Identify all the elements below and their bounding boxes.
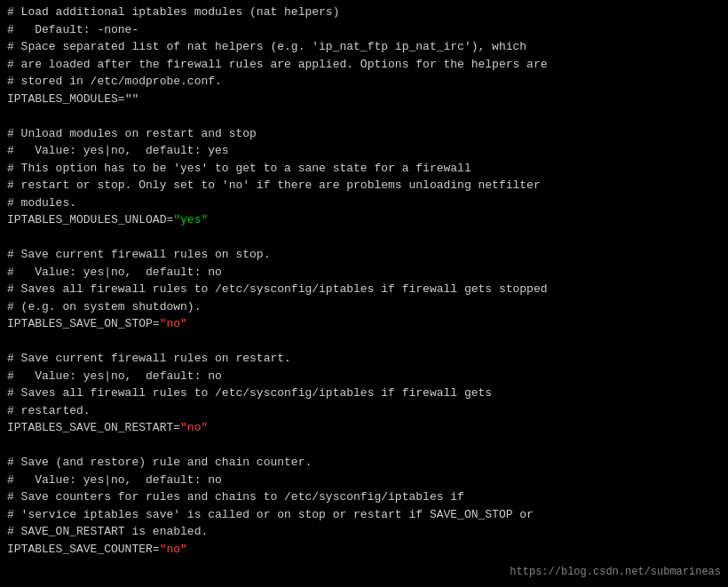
watermark: https://blog.csdn.net/submarineas [510,564,721,580]
comment-line: # restart or stop. Only set to 'no' if t… [7,177,721,194]
comment-line: # SAVE_ON_RESTART is enabled. [7,523,721,541]
comment-line: # restarted. [7,402,721,420]
variable-line: IPTABLES_SAVE_ON_RESTART="no" [7,419,721,437]
comment-line: # Load additional iptables modules (nat … [7,4,721,21]
empty-line [7,107,721,125]
comment-line: # Value: yes|no, default: no [7,264,721,282]
comment-line: # Save current firewall rules on stop. [7,246,721,264]
comment-line: # 'service iptables save' is called or o… [7,506,721,524]
code-content: # Load additional iptables modules (nat … [7,4,721,558]
variable-line: IPTABLES_SAVE_COUNTER="no" [7,541,721,559]
comment-line: # Save (and restore) rule and chain coun… [7,454,721,472]
comment-line: # Saves all firewall rules to /etc/sysco… [7,281,721,298]
comment-line: # Value: yes|no, default: no [7,368,721,385]
variable-line: IPTABLES_SAVE_ON_STOP="no" [7,315,721,333]
comment-line: # Unload modules on restart and stop [7,125,721,143]
terminal-window: # Load additional iptables modules (nat … [0,0,728,587]
empty-line [7,333,721,351]
comment-line: # stored in /etc/modprobe.conf. [7,73,721,91]
comment-line: # (e.g. on system shutdown). [7,298,721,316]
comment-line: # Save counters for rules and chains to … [7,488,721,506]
variable-line: IPTABLES_MODULES="" [7,91,721,108]
comment-line: # modules. [7,194,721,212]
comment-line: # Space separated list of nat helpers (e… [7,38,721,56]
comment-line: # Default: -none- [7,21,721,39]
comment-line: # Value: yes|no, default: no [7,472,721,489]
comment-line: # This option has to be 'yes' to get to … [7,160,721,178]
comment-line: # Value: yes|no, default: yes [7,142,721,160]
comment-line: # Saves all firewall rules to /etc/sysco… [7,385,721,402]
empty-line [7,229,721,247]
variable-line: IPTABLES_MODULES_UNLOAD="yes" [7,211,721,229]
comment-line: # are loaded after the firewall rules ar… [7,56,721,74]
comment-line: # Save current firewall rules on restart… [7,350,721,368]
empty-line [7,437,721,455]
